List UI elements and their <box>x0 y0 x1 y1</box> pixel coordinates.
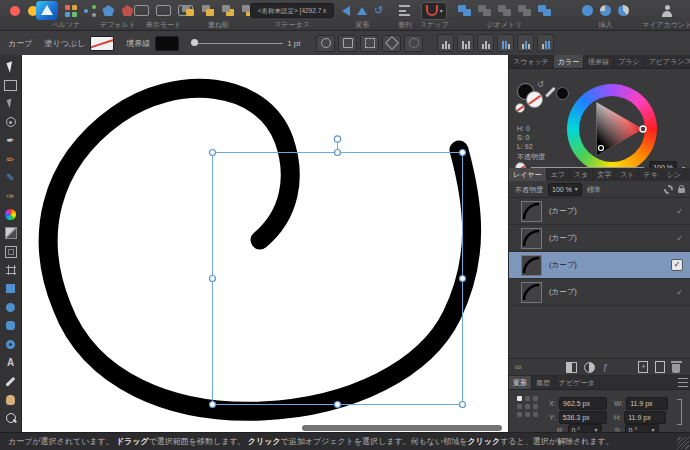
document-status-field[interactable]: <名称未設定> [4292.7 x <box>250 3 334 18</box>
adjustment-layer-icon[interactable] <box>584 362 595 373</box>
boolean-add-icon[interactable] <box>458 5 471 16</box>
delete-layer-icon[interactable] <box>672 364 680 373</box>
fill-color-well[interactable] <box>526 91 543 108</box>
layer-visibility-checkbox[interactable]: ✓ <box>676 288 683 297</box>
flip-vertical-icon[interactable] <box>357 7 367 15</box>
insert-inside-icon[interactable] <box>582 5 593 16</box>
stroke-pressure-button[interactable] <box>382 35 401 52</box>
boolean-subtract-icon[interactable] <box>478 5 491 16</box>
move-to-front-icon[interactable] <box>182 5 195 17</box>
layer-row-selected[interactable]: (カーブ) ✓ <box>509 252 690 279</box>
blend-mode-select[interactable]: 標準 <box>587 185 601 194</box>
stroke-swatch[interactable] <box>155 36 179 51</box>
alignment-icon[interactable] <box>399 5 411 16</box>
revert-defaults-icon[interactable] <box>121 5 133 16</box>
stroke-stabilizer-button[interactable] <box>404 35 423 52</box>
tab-navigator[interactable]: ナビゲータ <box>555 376 600 389</box>
snapping-toggle[interactable]: ▾ <box>421 2 447 20</box>
move-tool[interactable] <box>4 60 18 73</box>
paint-brush-tool[interactable]: ✑ <box>4 190 18 203</box>
panel-menu-icon[interactable] <box>678 378 688 387</box>
insert-behind-icon[interactable] <box>600 5 611 16</box>
document-canvas[interactable] <box>22 55 508 432</box>
stroke-width-slider[interactable] <box>191 37 283 49</box>
snap-caret-icon[interactable]: ▾ <box>440 7 443 14</box>
pen-tool[interactable]: ✒ <box>4 134 18 147</box>
layer-visibility-checkbox[interactable]: ✓ <box>671 259 683 271</box>
donut-tool[interactable] <box>4 338 18 351</box>
anchor-point-selector[interactable] <box>517 396 541 420</box>
move-forward-icon[interactable] <box>202 5 215 17</box>
tab-brushes[interactable]: ブラシ <box>614 55 645 68</box>
export-persona-icon[interactable] <box>84 5 96 17</box>
rotate-ccw-icon[interactable]: ↺ <box>374 5 383 16</box>
corner-tool[interactable] <box>4 264 18 277</box>
align-middle-button[interactable] <box>517 34 534 52</box>
pixel-persona-icon[interactable] <box>65 5 77 17</box>
align-top-button[interactable] <box>497 34 514 52</box>
tab-character[interactable]: 文字 <box>593 168 616 181</box>
horizontal-scrollbar[interactable] <box>302 425 502 431</box>
defaults-icon[interactable] <box>102 5 114 16</box>
tab-swatches[interactable]: スウォッチ <box>509 55 554 68</box>
add-group-icon[interactable]: . <box>655 361 665 373</box>
node-tool[interactable] <box>4 97 18 110</box>
layer-thumbnail[interactable] <box>521 255 542 276</box>
ellipse-tool[interactable] <box>4 301 18 314</box>
layer-effects-icon[interactable]: ƒ <box>602 362 607 372</box>
vector-view-icon[interactable] <box>134 5 149 16</box>
stroke-style-dash-button[interactable] <box>338 35 357 52</box>
boolean-divide-icon[interactable] <box>518 5 531 16</box>
align-right-button[interactable] <box>477 34 494 52</box>
transparency-tool[interactable] <box>4 227 18 240</box>
tab-transform[interactable]: 変形 <box>509 376 532 389</box>
view-hand-tool[interactable] <box>4 393 18 406</box>
insert-on-top-icon[interactable] <box>618 5 629 16</box>
mask-layer-icon[interactable] <box>566 362 577 373</box>
fill-swatch[interactable] <box>90 36 114 51</box>
stroke-style-solid-button[interactable] <box>316 35 335 52</box>
boolean-intersect-icon[interactable] <box>498 5 511 16</box>
tab-color[interactable]: カラー <box>554 55 584 68</box>
align-left-button[interactable] <box>437 34 454 52</box>
h-input[interactable]: 11.9 px <box>624 411 666 424</box>
fill-gradient-tool[interactable] <box>4 208 18 221</box>
artboard-tool[interactable] <box>4 79 18 92</box>
tab-stock[interactable]: スト <box>616 168 639 181</box>
tab-constraints[interactable]: 制約 <box>686 168 690 181</box>
tab-text-styles[interactable]: テキ <box>639 168 662 181</box>
pencil-tool[interactable]: ✏ <box>4 153 18 166</box>
tab-symbols[interactable]: シン <box>663 168 686 181</box>
tab-effects[interactable]: エフ <box>547 168 570 181</box>
layer-row[interactable]: (カーブ) ✓ <box>509 279 690 306</box>
stroke-properties-button[interactable] <box>360 35 379 52</box>
layer-visibility-checkbox[interactable]: ✓ <box>676 234 683 243</box>
blend-ranges-icon[interactable]: ∞ <box>515 362 521 372</box>
fill-stroke-selector[interactable]: ↺ <box>517 83 549 111</box>
my-account-icon[interactable] <box>661 5 673 17</box>
color-picker-tool[interactable] <box>4 375 18 388</box>
close-button[interactable] <box>10 6 20 16</box>
w-input[interactable]: 11.9 px <box>626 397 668 410</box>
vector-brush-tool[interactable]: ✎ <box>4 171 18 184</box>
blend-options-gear-icon[interactable] <box>664 185 673 194</box>
zoom-tool[interactable] <box>4 412 18 425</box>
pixel-view-icon[interactable] <box>156 5 171 16</box>
layer-thumbnail[interactable] <box>521 228 542 249</box>
tab-styles[interactable]: スタ <box>570 168 593 181</box>
designer-persona-icon[interactable] <box>36 1 58 20</box>
flip-horizontal-icon[interactable] <box>342 6 350 16</box>
tab-appearance[interactable]: アピアランス <box>645 55 690 68</box>
text-tool[interactable]: A <box>4 356 18 369</box>
boolean-combine-icon[interactable] <box>538 5 551 16</box>
layer-row[interactable]: (カーブ) ✓ <box>509 198 690 225</box>
stroke-width-value[interactable]: 1 pt <box>287 39 300 48</box>
layer-thumbnail[interactable] <box>521 201 542 222</box>
align-center-button[interactable] <box>457 34 474 52</box>
layer-row[interactable]: (カーブ) ✓ <box>509 225 690 252</box>
y-input[interactable]: 536.3 px <box>559 411 607 424</box>
swap-colors-icon[interactable]: ↺ <box>537 80 544 89</box>
x-input[interactable]: 962.5 px <box>559 397 607 410</box>
window-resize-grip[interactable] <box>677 437 689 449</box>
rounded-rectangle-tool[interactable] <box>4 319 18 332</box>
